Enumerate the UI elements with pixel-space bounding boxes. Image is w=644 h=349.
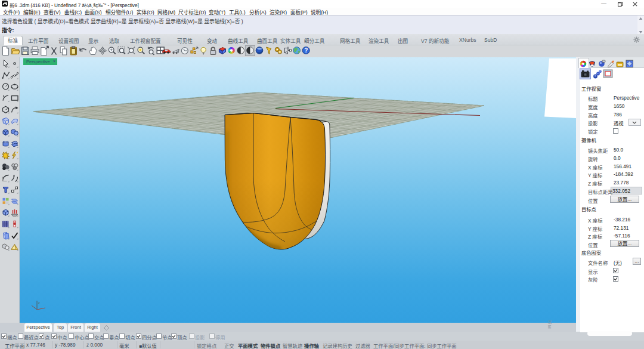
- svg-text:?: ?: [304, 47, 308, 54]
- svg-text:z: z: [38, 301, 40, 304]
- svg-text:Perspective: Perspective: [26, 59, 50, 64]
